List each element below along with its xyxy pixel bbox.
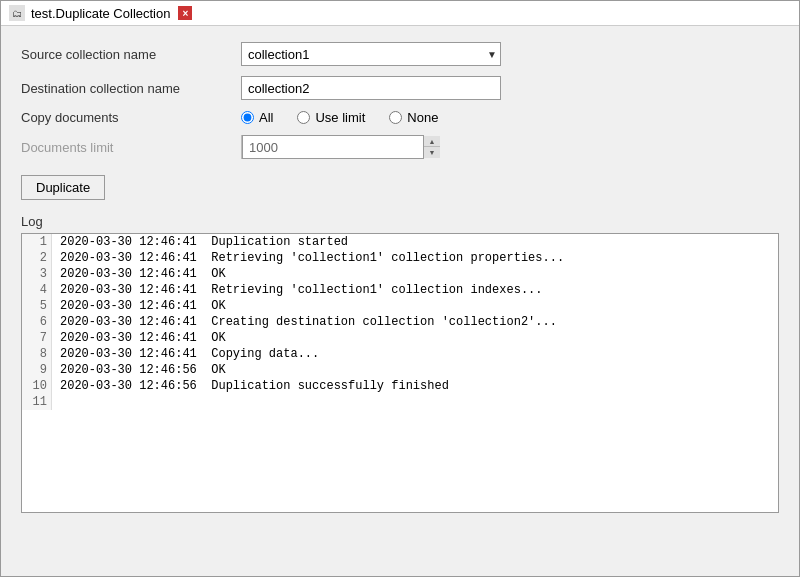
source-select-wrapper: collection1 collection2 ▼ (241, 42, 501, 66)
radio-none-label: None (407, 110, 438, 125)
destination-row: Destination collection name (21, 76, 779, 100)
docs-limit-input[interactable] (242, 135, 424, 159)
source-label: Source collection name (21, 47, 231, 62)
log-row: 42020-03-30 12:46:41 Retrieving 'collect… (22, 282, 778, 298)
close-button[interactable]: × (178, 6, 192, 20)
log-line-number: 10 (22, 378, 52, 394)
spinner-up-button[interactable]: ▲ (424, 136, 440, 147)
log-line-number: 5 (22, 298, 52, 314)
copy-radio-group: All Use limit None (241, 110, 438, 125)
radio-none[interactable] (389, 111, 402, 124)
log-line-content: 2020-03-30 12:46:41 OK (52, 266, 234, 282)
log-row: 12020-03-30 12:46:41 Duplication started (22, 234, 778, 250)
log-row: 11 (22, 394, 778, 410)
docs-limit-label: Documents limit (21, 140, 231, 155)
log-line-content (52, 394, 68, 410)
log-line-number: 4 (22, 282, 52, 298)
radio-limit-item[interactable]: Use limit (297, 110, 365, 125)
window-title: test.Duplicate Collection (31, 6, 170, 21)
radio-all-item[interactable]: All (241, 110, 273, 125)
log-row: 52020-03-30 12:46:41 OK (22, 298, 778, 314)
log-line-content: 2020-03-30 12:46:56 Duplication successf… (52, 378, 457, 394)
copy-row: Copy documents All Use limit None (21, 110, 779, 125)
log-line-content: 2020-03-30 12:46:41 OK (52, 298, 234, 314)
destination-input[interactable] (241, 76, 501, 100)
log-line-content: 2020-03-30 12:46:41 Duplication started (52, 234, 356, 250)
docs-limit-row: Documents limit ▲ ▼ (21, 135, 779, 159)
log-line-number: 2 (22, 250, 52, 266)
window-icon: 🗂 (9, 5, 25, 21)
docs-limit-spinner: ▲ ▼ (241, 135, 331, 159)
log-row: 22020-03-30 12:46:41 Retrieving 'collect… (22, 250, 778, 266)
log-line-number: 1 (22, 234, 52, 250)
log-section: Log 12020-03-30 12:46:41 Duplication sta… (21, 214, 779, 513)
content-area: Source collection name collection1 colle… (1, 26, 799, 529)
source-row: Source collection name collection1 colle… (21, 42, 779, 66)
log-line-content: 2020-03-30 12:46:56 OK (52, 362, 234, 378)
log-line-content: 2020-03-30 12:46:41 Creating destination… (52, 314, 565, 330)
main-window: 🗂 test.Duplicate Collection × Source col… (0, 0, 800, 577)
destination-label: Destination collection name (21, 81, 231, 96)
log-lines: 12020-03-30 12:46:41 Duplication started… (22, 234, 778, 410)
log-row: 72020-03-30 12:46:41 OK (22, 330, 778, 346)
log-line-number: 8 (22, 346, 52, 362)
log-row: 32020-03-30 12:46:41 OK (22, 266, 778, 282)
spinner-buttons: ▲ ▼ (424, 136, 440, 158)
log-row: 102020-03-30 12:46:56 Duplication succes… (22, 378, 778, 394)
spinner-down-button[interactable]: ▼ (424, 147, 440, 158)
source-select[interactable]: collection1 collection2 (241, 42, 501, 66)
log-line-number: 9 (22, 362, 52, 378)
radio-none-item[interactable]: None (389, 110, 438, 125)
duplicate-button[interactable]: Duplicate (21, 175, 105, 200)
duplicate-btn-row: Duplicate (21, 169, 779, 200)
log-line-number: 11 (22, 394, 52, 410)
log-line-number: 6 (22, 314, 52, 330)
log-line-number: 3 (22, 266, 52, 282)
copy-label: Copy documents (21, 110, 231, 125)
log-row: 92020-03-30 12:46:56 OK (22, 362, 778, 378)
log-row: 82020-03-30 12:46:41 Copying data... (22, 346, 778, 362)
log-line-content: 2020-03-30 12:46:41 Retrieving 'collecti… (52, 250, 572, 266)
title-bar: 🗂 test.Duplicate Collection × (1, 1, 799, 26)
log-container[interactable]: 12020-03-30 12:46:41 Duplication started… (21, 233, 779, 513)
log-line-content: 2020-03-30 12:46:41 Retrieving 'collecti… (52, 282, 550, 298)
log-label: Log (21, 214, 779, 229)
radio-limit-label: Use limit (315, 110, 365, 125)
log-row: 62020-03-30 12:46:41 Creating destinatio… (22, 314, 778, 330)
radio-limit[interactable] (297, 111, 310, 124)
log-line-content: 2020-03-30 12:46:41 Copying data... (52, 346, 327, 362)
radio-all[interactable] (241, 111, 254, 124)
log-line-content: 2020-03-30 12:46:41 OK (52, 330, 234, 346)
log-line-number: 7 (22, 330, 52, 346)
radio-all-label: All (259, 110, 273, 125)
